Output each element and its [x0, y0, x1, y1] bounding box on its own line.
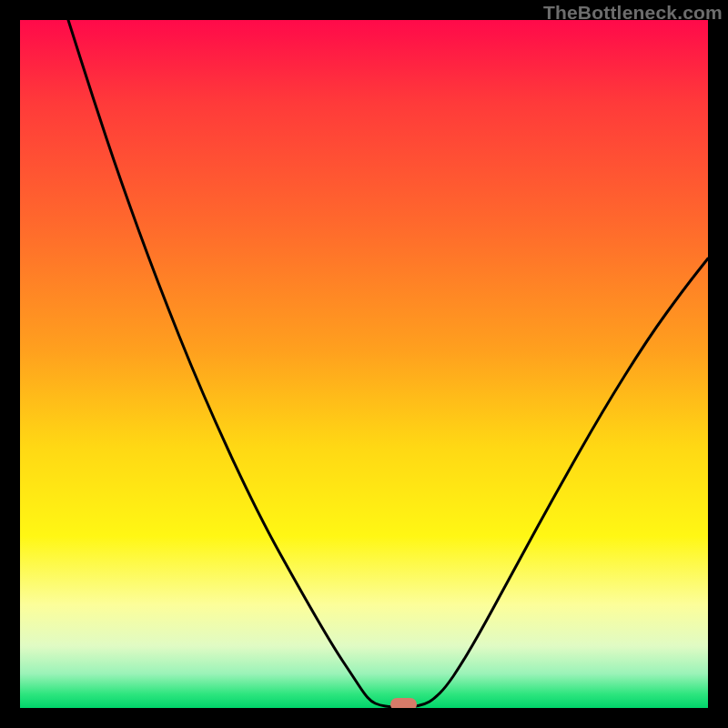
- plot-area: [20, 20, 708, 708]
- optimal-point-marker: [390, 698, 417, 708]
- heat-gradient-background: [20, 20, 708, 708]
- watermark-text: TheBottleneck.com: [543, 2, 723, 24]
- chart-frame: TheBottleneck.com: [0, 0, 728, 728]
